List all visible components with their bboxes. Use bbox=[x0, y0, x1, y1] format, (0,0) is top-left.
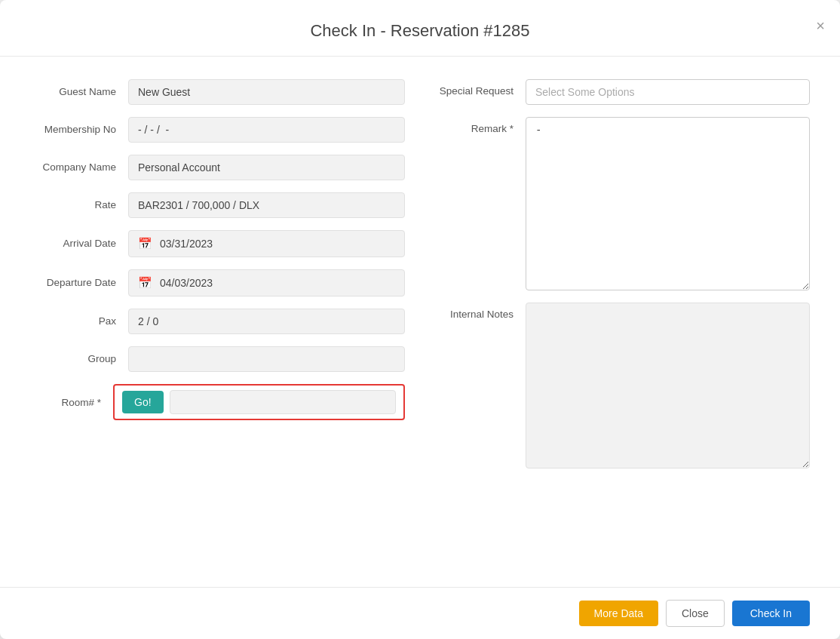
check-in-button[interactable]: Check In bbox=[732, 601, 810, 626]
internal-notes-textarea[interactable] bbox=[526, 303, 810, 468]
departure-date-label: Departure Date bbox=[30, 276, 128, 290]
membership-label: Membership No bbox=[30, 123, 128, 137]
calendar-icon-arrival: 📅 bbox=[138, 237, 152, 250]
arrival-date-label: Arrival Date bbox=[30, 237, 128, 250]
left-column: Guest Name Membership No Company Name Ra… bbox=[30, 79, 405, 564]
company-input[interactable] bbox=[128, 155, 405, 180]
close-icon-button[interactable]: × bbox=[816, 18, 825, 33]
internal-notes-row: Internal Notes bbox=[435, 303, 810, 468]
guest-name-input[interactable] bbox=[128, 79, 405, 105]
group-row: Group bbox=[30, 346, 405, 372]
modal-footer: More Data Close Check In bbox=[0, 587, 840, 639]
group-label: Group bbox=[30, 352, 128, 366]
calendar-icon-departure: 📅 bbox=[138, 276, 152, 290]
modal-header: Check In - Reservation #1285 × bbox=[0, 0, 840, 57]
arrival-date-wrapper: 📅 03/31/2023 bbox=[128, 230, 405, 257]
company-row: Company Name bbox=[30, 155, 405, 180]
special-request-select[interactable]: Select Some Options bbox=[526, 79, 810, 105]
modal-title: Check In - Reservation #1285 bbox=[310, 21, 529, 40]
remark-label: Remark * bbox=[435, 117, 526, 134]
close-button[interactable]: Close bbox=[666, 600, 725, 627]
rate-row: Rate bbox=[30, 192, 405, 218]
pax-input[interactable] bbox=[128, 309, 405, 334]
room-border-wrapper: Go! bbox=[113, 384, 405, 420]
arrival-date-row: Arrival Date 📅 03/31/2023 bbox=[30, 230, 405, 257]
more-data-button[interactable]: More Data bbox=[579, 601, 658, 626]
membership-row: Membership No bbox=[30, 117, 405, 143]
internal-notes-label: Internal Notes bbox=[435, 303, 526, 320]
arrival-date-text: 03/31/2023 bbox=[160, 238, 213, 250]
membership-input[interactable] bbox=[128, 117, 405, 143]
check-in-modal: Check In - Reservation #1285 × Guest Nam… bbox=[0, 0, 840, 639]
modal-body: Guest Name Membership No Company Name Ra… bbox=[0, 57, 840, 587]
group-input[interactable] bbox=[128, 346, 405, 372]
pax-row: Pax bbox=[30, 309, 405, 334]
company-label: Company Name bbox=[30, 161, 128, 174]
rate-input[interactable] bbox=[128, 192, 405, 218]
remark-textarea[interactable]: - bbox=[526, 117, 810, 290]
departure-date-wrapper: 📅 04/03/2023 bbox=[128, 269, 405, 296]
go-button[interactable]: Go! bbox=[122, 391, 164, 413]
guest-name-row: Guest Name bbox=[30, 79, 405, 105]
rate-label: Rate bbox=[30, 198, 128, 212]
room-row: Room# * Go! bbox=[30, 384, 405, 420]
guest-name-label: Guest Name bbox=[30, 85, 128, 99]
pax-label: Pax bbox=[30, 315, 128, 328]
special-request-label: Special Request bbox=[435, 79, 526, 97]
room-input[interactable] bbox=[170, 390, 396, 414]
room-label: Room# * bbox=[30, 397, 113, 408]
departure-date-text: 04/03/2023 bbox=[160, 277, 213, 289]
right-column: Special Request Select Some Options Rema… bbox=[435, 79, 810, 564]
remark-row: Remark * - bbox=[435, 117, 810, 290]
special-request-row: Special Request Select Some Options bbox=[435, 79, 810, 105]
departure-date-row: Departure Date 📅 04/03/2023 bbox=[30, 269, 405, 296]
